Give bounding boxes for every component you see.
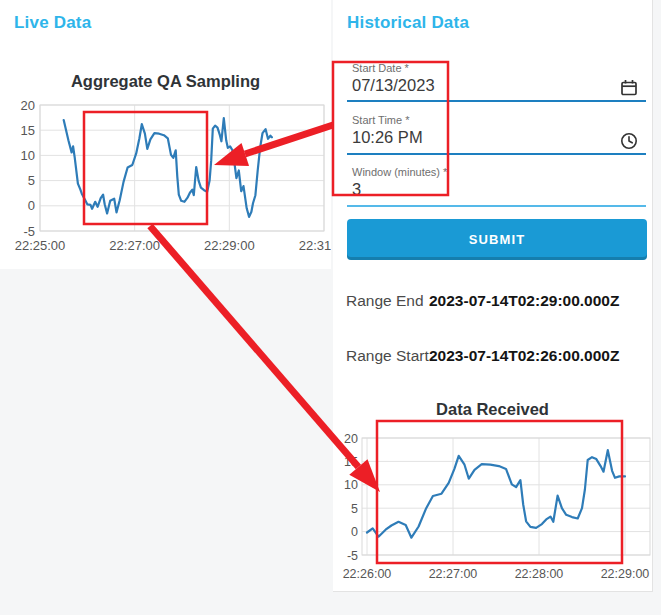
svg-text:5: 5 <box>351 502 358 516</box>
calendar-icon[interactable] <box>620 79 638 97</box>
svg-text:22:26:00: 22:26:00 <box>343 567 392 581</box>
range-end-label: Range End <box>346 292 429 310</box>
svg-text:20: 20 <box>21 98 35 113</box>
svg-text:0: 0 <box>28 198 35 213</box>
historical-data-heading: Historical Data <box>347 13 469 33</box>
svg-text:0: 0 <box>351 525 358 539</box>
live-data-heading: Live Data <box>14 13 91 33</box>
svg-text:15: 15 <box>344 455 358 469</box>
svg-text:22:31:00: 22:31:00 <box>299 238 331 253</box>
range-start-label: Range Start <box>346 347 429 365</box>
svg-text:22:28:00: 22:28:00 <box>515 567 564 581</box>
historical-data-panel: Historical Data Start Date * 07/13/2023 … <box>333 0 653 592</box>
range-end-row: Range End 2023-07-14T02:29:00.000Z <box>346 292 646 310</box>
svg-text:22:29:00: 22:29:00 <box>601 567 650 581</box>
window-minutes-underline <box>347 205 646 207</box>
svg-text:15: 15 <box>21 123 35 138</box>
start-time-underline <box>347 153 646 155</box>
historical-data-chart: -50510152022:26:0022:27:0022:28:0022:29:… <box>333 420 652 590</box>
window-minutes-label: Window (minutes) * <box>352 166 447 178</box>
range-end-value: 2023-07-14T02:29:00.000Z <box>429 292 619 310</box>
start-date-underline <box>347 100 646 102</box>
window-minutes-input[interactable]: 3 <box>352 180 361 199</box>
start-time-label: Start Time * <box>352 114 409 126</box>
svg-text:-5: -5 <box>347 549 358 563</box>
submit-button[interactable]: SUBMIT <box>347 219 647 260</box>
start-time-input[interactable]: 10:26 PM <box>352 128 423 147</box>
svg-text:5: 5 <box>28 173 35 188</box>
svg-text:22:29:00: 22:29:00 <box>204 238 255 253</box>
live-data-chart: -50510152022:25:0022:27:0022:29:0022:31:… <box>0 94 331 258</box>
svg-text:10: 10 <box>21 148 35 163</box>
svg-text:22:27:00: 22:27:00 <box>429 567 478 581</box>
range-start-value: 2023-07-14T02:26:00.000Z <box>429 347 619 365</box>
svg-text:10: 10 <box>344 478 358 492</box>
svg-text:22:25:00: 22:25:00 <box>15 238 66 253</box>
svg-text:20: 20 <box>344 432 358 446</box>
app-page: Live Data Aggregate QA Sampling -5051015… <box>0 0 661 615</box>
start-date-label: Start Date * <box>352 62 409 74</box>
start-date-input[interactable]: 07/13/2023 <box>352 76 435 95</box>
svg-text:-5: -5 <box>23 224 35 239</box>
live-data-panel: Live Data Aggregate QA Sampling -5051015… <box>0 0 331 269</box>
svg-text:22:27:00: 22:27:00 <box>109 238 160 253</box>
historical-chart-title: Data Received <box>333 400 652 419</box>
clock-icon[interactable] <box>620 132 638 150</box>
live-chart-title: Aggregate QA Sampling <box>0 72 331 91</box>
range-start-row: Range Start 2023-07-14T02:26:00.000Z <box>346 347 646 365</box>
